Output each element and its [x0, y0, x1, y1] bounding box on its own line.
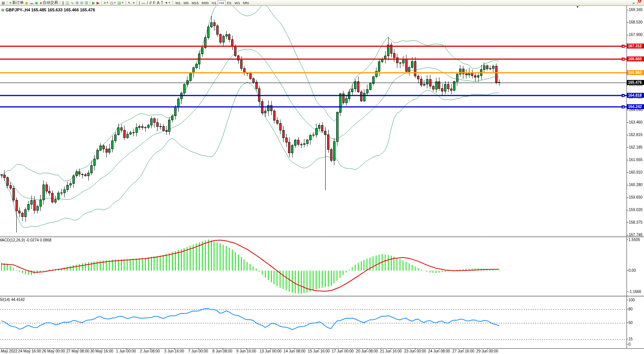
search-icon[interactable]: ⌕ [632, 0, 636, 5]
time-axis-label: 15 Jun 16:00 [308, 349, 330, 353]
tile-windows-icon: ⊞ [85, 0, 88, 5]
text-label-icon[interactable]: T [160, 0, 164, 5]
fibonacci-icon[interactable]: F [152, 0, 156, 5]
macd-axis-label: -1.1666 [628, 290, 641, 294]
time-axis-label: May 2022 [1, 349, 17, 353]
chart-shift-icon[interactable]: ▶ [96, 0, 101, 5]
vertical-line-icon[interactable]: | [138, 0, 141, 5]
candlestick-chart-icon: ◫ [66, 0, 69, 5]
text-icon: A [157, 0, 159, 5]
price-tick-label: 167.900 [629, 33, 642, 37]
templates-button[interactable]: ▤▼ [117, 0, 124, 5]
time-axis-label: 7 Jun 00:00 [188, 349, 208, 353]
toolbar-separator [60, 1, 60, 5]
rsi-axis-label: 100 [628, 298, 635, 302]
text-icon[interactable]: A [156, 0, 160, 5]
time-axis-label: 9 Jun 16:00 [236, 349, 256, 353]
templates-button: ▤ [118, 0, 121, 5]
price-tick-label: 158.375 [629, 220, 642, 224]
price-level-label[interactable]: 165.969 [627, 70, 644, 75]
timeframe-button-H1[interactable]: H1 [210, 0, 218, 5]
time-axis-label: 2 Jun 08:00 [140, 349, 160, 353]
price-level-label[interactable]: 167.312 [627, 44, 644, 49]
dropdown-arrow-icon: ▼ [168, 2, 171, 4]
price-tick-label: 159.020 [629, 208, 642, 212]
auto-scroll-icon[interactable]: ▶ [91, 0, 96, 5]
rsi-axis-label: 15 [628, 337, 633, 341]
price-tick-label: 160.910 [629, 170, 642, 174]
time-axis-label: 17 Jun 00:00 [332, 349, 354, 353]
time-axis-label: 23 Jun 00:00 [404, 349, 426, 353]
macd-indicator-label: MACD(12,26,9) -0.0274 0.0868 [0, 238, 52, 242]
rsi-indicator-label: RSI(14) 44.4142 [0, 298, 25, 302]
time-axis-label: 27 Jun 16:00 [452, 349, 474, 353]
macd-axis-label: 0.00 [628, 268, 636, 273]
macd-axis-label: 1.5505 [628, 238, 640, 242]
autotrading-button-label: 自动交易 [43, 0, 58, 5]
price-tick-label: 168.530 [629, 20, 642, 24]
channel-icon: // [150, 0, 152, 5]
chart-canvas[interactable] [0, 0, 644, 354]
chart-shift-icon: ▶ [97, 0, 100, 5]
rsi-axis-label: 80 [628, 307, 633, 311]
chart-title-text: GBPJPY-,H4 165.485 165.633 165.466 165.4… [6, 8, 95, 12]
timeframe-button-W1[interactable]: W1 [233, 0, 241, 5]
arrows-button: ✦ [165, 0, 168, 5]
timeframe-button-M5[interactable]: M5 [182, 0, 190, 5]
chart-window-icon: ▦ [2, 0, 5, 5]
line-chart-icon: ∿ [71, 0, 74, 5]
bar-chart-icon: ∥ [62, 0, 64, 5]
market-icon: ◆ [25, 0, 28, 5]
trendline-icon: / [147, 0, 148, 5]
toolbar-separator [90, 1, 90, 5]
zoom-in-icon[interactable]: ⊕ [75, 0, 79, 5]
time-axis-label: 29 Jun 00:00 [476, 349, 498, 353]
timeframe-button-H4[interactable]: H4 [218, 0, 225, 6]
timeframe-button-M1[interactable]: M1 [174, 0, 182, 5]
channel-icon[interactable]: // [149, 0, 153, 5]
timeframe-button-D1[interactable]: D1 [225, 0, 233, 5]
chart-shift-marker[interactable]: ▼ [576, 6, 579, 9]
horizontal-line-icon: — [142, 0, 145, 5]
arrows-button[interactable]: ✦▼ [164, 0, 171, 5]
mql5-cloud-icon[interactable]: ☁ [29, 0, 34, 5]
periods-button[interactable]: ◷▼ [109, 0, 117, 5]
indicators-button[interactable]: +▼ [103, 0, 109, 5]
periods-button: ◷ [110, 0, 113, 5]
autotrading-button[interactable]: ●自动交易 [39, 0, 59, 5]
chart-window-icon[interactable]: ▦ [1, 0, 6, 5]
market-icon[interactable]: ◆ [24, 0, 29, 5]
new-order-button[interactable]: +新订单 [8, 0, 24, 5]
toolbar-separator [137, 1, 137, 5]
new-order-button-label: 新订单 [12, 0, 24, 5]
candlestick-chart-icon[interactable]: ◫ [65, 0, 70, 5]
signal-icon[interactable]: ◉ [34, 0, 39, 5]
notifications-button[interactable]: ●1 [636, 0, 639, 5]
time-axis-label: 8 Jun 08:00 [213, 349, 232, 353]
horizontal-line-icon[interactable]: — [141, 0, 146, 5]
line-chart-icon[interactable]: ∿ [70, 0, 74, 5]
dropdown-arrow-icon: ▼ [121, 2, 124, 4]
tile-windows-icon[interactable]: ⊞ [84, 0, 88, 5]
timeframe-button-M30[interactable]: M30 [200, 0, 210, 5]
trendline-icon[interactable]: / [146, 0, 149, 5]
vertical-line-icon: | [139, 0, 140, 5]
crosshair-icon[interactable]: + [132, 0, 135, 5]
new-order-button: + [9, 0, 11, 5]
price-tick-label: 163.460 [629, 120, 642, 124]
price-level-label[interactable]: 165.476 [627, 80, 644, 85]
zoom-out-icon[interactable]: ⊖ [79, 0, 84, 5]
time-axis-label: 26 May 00:00 [42, 349, 65, 353]
price-level-label[interactable]: 164.242 [627, 104, 644, 109]
rsi-axis-label: 50 [628, 321, 633, 325]
dropdown-arrow-icon: ▼ [106, 2, 109, 4]
timeframe-button-MN[interactable]: MN [242, 0, 250, 5]
price-tick-label: 162.185 [629, 145, 642, 149]
price-tick-label: 157.745 [629, 233, 642, 237]
price-level-label[interactable]: 166.660 [627, 56, 644, 61]
bar-chart-icon[interactable]: ∥ [61, 0, 65, 5]
timeframe-button-M15[interactable]: M15 [190, 0, 200, 5]
time-axis-label: 24 Jun 08:00 [428, 349, 450, 353]
price-level-label[interactable]: 164.818 [627, 93, 644, 98]
cursor-icon[interactable]: ↖ [127, 0, 132, 5]
